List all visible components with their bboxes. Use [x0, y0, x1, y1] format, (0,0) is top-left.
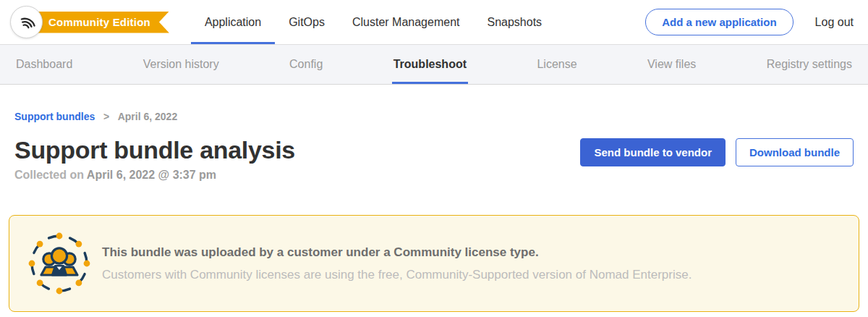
page-title: Support bundle analysis — [14, 137, 295, 164]
sub-nav-item-dashboard[interactable]: Dashboard — [14, 45, 74, 84]
banner-text: This bundle was uploaded by a customer u… — [102, 245, 692, 282]
collected-date: April 6, 2022 @ 3:37 pm — [87, 169, 216, 181]
banner-wrap: This bundle was uploaded by a customer u… — [0, 215, 868, 312]
collected-timestamp: Collected on April 6, 2022 @ 3:37 pm — [14, 169, 295, 182]
replicated-logo-glyph — [17, 13, 36, 32]
top-nav-item-application[interactable]: Application — [191, 0, 275, 44]
breadcrumb-separator: > — [103, 111, 109, 122]
breadcrumb: Support bundles > April 6, 2022 — [14, 111, 854, 122]
banner-subtitle: Customers with Community licenses are us… — [102, 268, 692, 282]
top-header: Community Edition Application GitOps Clu… — [0, 0, 868, 45]
community-edition-badge: Community Edition — [35, 12, 169, 33]
sub-nav-item-view-files[interactable]: View files — [646, 45, 697, 84]
top-nav-item-snapshots[interactable]: Snapshots — [473, 0, 556, 44]
breadcrumb-support-bundles-link[interactable]: Support bundles — [14, 111, 95, 122]
replicated-logo-icon[interactable] — [10, 6, 43, 38]
sub-nav-item-license[interactable]: License — [535, 45, 578, 84]
banner-title: This bundle was uploaded by a customer u… — [102, 245, 692, 260]
breadcrumb-current: April 6, 2022 — [118, 111, 178, 122]
sub-nav-item-config[interactable]: Config — [288, 45, 324, 84]
top-nav: Application GitOps Cluster Management Sn… — [191, 0, 556, 44]
header-right: Add a new application Log out — [645, 9, 854, 35]
sub-nav-item-troubleshoot[interactable]: Troubleshoot — [392, 45, 468, 84]
brand: Community Edition — [10, 0, 169, 44]
app-sub-nav: Dashboard Version history Config Trouble… — [0, 45, 868, 85]
main-content: Support bundles > April 6, 2022 Support … — [0, 85, 868, 182]
send-bundle-to-vendor-button[interactable]: Send bundle to vendor — [580, 138, 726, 166]
bundle-actions: Send bundle to vendor Download bundle — [580, 137, 854, 166]
download-bundle-button[interactable]: Download bundle — [736, 138, 854, 166]
sub-nav-item-version-history[interactable]: Version history — [142, 45, 221, 84]
top-nav-item-cluster-management[interactable]: Cluster Management — [339, 0, 474, 44]
top-nav-item-gitops[interactable]: GitOps — [275, 0, 339, 44]
title-row: Support bundle analysis Collected on Apr… — [14, 137, 854, 182]
title-block: Support bundle analysis Collected on Apr… — [14, 137, 295, 182]
logout-button[interactable]: Log out — [815, 16, 854, 29]
community-group-icon — [27, 231, 92, 296]
add-new-application-button[interactable]: Add a new application — [645, 9, 793, 35]
collected-prefix: Collected on — [14, 169, 87, 181]
sub-nav-item-registry-settings[interactable]: Registry settings — [765, 45, 854, 84]
community-license-banner: This bundle was uploaded by a customer u… — [9, 215, 859, 312]
